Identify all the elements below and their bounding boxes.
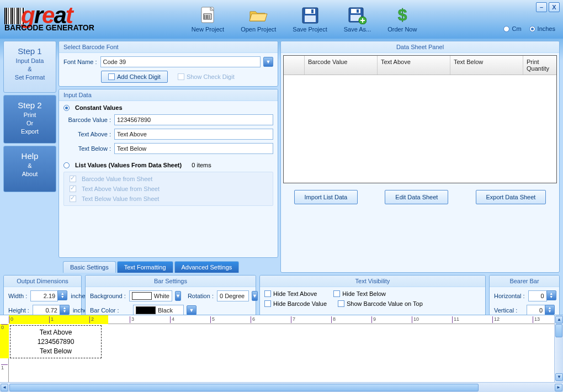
- save-as-label: Save As...: [344, 26, 371, 33]
- vscroll-thumb[interactable]: [555, 324, 562, 337]
- side-nav: Step 1 Input Data & Set Format Step 2 Pr…: [3, 41, 56, 273]
- tab-basic-settings[interactable]: Basic Settings: [63, 261, 116, 273]
- order-now-button[interactable]: $ Order Now: [384, 5, 420, 34]
- save-project-label: Save Project: [293, 26, 327, 33]
- bearer-h-spinner[interactable]: ▲▼: [546, 290, 556, 300]
- scroll-up-icon[interactable]: ▲: [555, 316, 563, 324]
- select-barcode-font-group: Select Barcode Font Font Name : ▼ Add Ch…: [59, 41, 278, 87]
- scroll-right-icon[interactable]: ►: [555, 384, 562, 391]
- input-data-group: Input Data Constant Values Barcode Value…: [59, 89, 278, 258]
- unit-toggle: Cm Inches: [503, 25, 555, 32]
- checkbox-icon: [108, 73, 115, 80]
- list-values-label: List Values (Values From Data Sheet): [75, 162, 182, 168]
- data-sheet-title: Data Sheet Panel: [281, 41, 559, 53]
- new-project-label: New Project: [192, 26, 224, 33]
- file-icon: [198, 6, 217, 25]
- open-project-label: Open Project: [241, 26, 276, 33]
- unit-cm-radio[interactable]: Cm: [503, 25, 521, 32]
- edit-data-sheet-button[interactable]: Edit Data Sheet: [385, 190, 448, 204]
- scroll-left-icon[interactable]: ◄: [1, 384, 8, 391]
- width-input[interactable]: [30, 290, 58, 301]
- text-below-input[interactable]: [114, 143, 273, 154]
- window-controls: – X: [536, 2, 560, 12]
- new-project-button[interactable]: New Project: [188, 5, 227, 34]
- black-swatch-icon: [136, 306, 156, 314]
- save-project-button[interactable]: Save Project: [289, 5, 330, 34]
- data-sheet-header: Barcode Value Text Above Text Below Prin…: [284, 56, 556, 75]
- select-font-title: Select Barcode Font: [59, 41, 278, 53]
- hide-text-below-checkbox[interactable]: Hide Text Below: [333, 290, 386, 297]
- text-above-input[interactable]: [114, 129, 273, 140]
- main-panel: Step 1 Input Data & Set Format Step 2 Pr…: [0, 39, 563, 392]
- text-below-from-sheet-checkbox: [70, 195, 76, 202]
- dollar-icon: $: [392, 6, 412, 25]
- export-data-sheet-button[interactable]: Export Data Sheet: [476, 190, 546, 204]
- constant-values-radio[interactable]: [63, 105, 70, 111]
- font-name-dropdown-icon[interactable]: ▼: [263, 57, 273, 67]
- width-spinner[interactable]: ▲▼: [57, 290, 67, 300]
- folder-open-icon: [248, 6, 268, 25]
- list-values-count: 0 items: [192, 162, 211, 168]
- barcode-from-sheet-checkbox: [70, 176, 76, 182]
- font-name-label: Font Name :: [63, 59, 97, 65]
- barcode-value-input[interactable]: [114, 114, 273, 125]
- open-project-button[interactable]: Open Project: [237, 5, 279, 34]
- import-list-data-button[interactable]: Import List Data: [294, 190, 358, 204]
- preview-barcode-value: 1234567890: [10, 337, 101, 347]
- svg-text:$: $: [397, 6, 407, 24]
- save-as-button[interactable]: Save As...: [341, 5, 375, 34]
- bg-dropdown-icon[interactable]: ▼: [175, 291, 181, 301]
- step2-button[interactable]: Step 2 Print Or Export: [3, 95, 56, 144]
- list-values-radio[interactable]: [63, 162, 70, 168]
- hscroll-thumb[interactable]: [9, 384, 479, 391]
- help-about-button[interactable]: Help & About: [3, 146, 56, 192]
- preview-canvas: 012345678910111213 0 1 2 Text Above 1234…: [0, 315, 563, 382]
- canvas-area[interactable]: Text Above 1234567890 Text Below: [9, 324, 554, 382]
- tab-text-formatting[interactable]: Text Formatting: [117, 261, 173, 273]
- preview-text-above: Text Above: [10, 328, 101, 337]
- hide-barcode-value-checkbox[interactable]: Hide Barcode Value: [264, 300, 327, 307]
- col-text-below: Text Below: [450, 56, 523, 75]
- show-barcode-on-top-checkbox[interactable]: Show Barcode Value on Top: [338, 300, 423, 307]
- scroll-down-icon[interactable]: ▼: [555, 373, 563, 381]
- barcode-preview-object[interactable]: Text Above 1234567890 Text Below: [10, 325, 102, 358]
- height-spinner[interactable]: ▲▼: [60, 305, 70, 315]
- rotation-dropdown-icon[interactable]: ▼: [252, 291, 258, 301]
- col-text-above: Text Above: [378, 56, 450, 75]
- data-sheet-panel: Data Sheet Panel Barcode Value Text Abov…: [280, 41, 560, 273]
- bearer-horizontal-input[interactable]: [528, 290, 547, 301]
- col-print-quantity: Print Quantity: [523, 56, 556, 75]
- bearer-bar-box: Bearer Bar Horizontal :▲▼ Vertical :▲▼: [489, 275, 560, 320]
- data-sheet-table: Barcode Value Text Above Text Below Prin…: [283, 55, 557, 183]
- rotation-select[interactable]: [217, 290, 249, 301]
- step1-button[interactable]: Step 1 Input Data & Set Format: [3, 41, 56, 93]
- bearer-vertical-input[interactable]: [527, 305, 545, 316]
- minimize-button[interactable]: –: [536, 2, 547, 12]
- hide-text-above-checkbox[interactable]: Hide Text Above: [264, 290, 317, 297]
- text-visibility-box: Text Visibility Hide Text Above Hide Tex…: [259, 275, 486, 320]
- bearer-v-spinner[interactable]: ▲▼: [545, 305, 555, 315]
- preview-text-below: Text Below: [10, 347, 101, 356]
- horizontal-scrollbar[interactable]: ◄ ►: [0, 382, 563, 392]
- barcode-value-label: Barcode Value :: [63, 116, 111, 123]
- background-color-select[interactable]: White: [129, 290, 172, 301]
- font-name-select[interactable]: [100, 56, 261, 67]
- app-logo: great BARCODE GENERATOR: [4, 7, 94, 32]
- barcolor-dropdown-icon[interactable]: ▼: [187, 305, 196, 315]
- svg-rect-8: [305, 9, 315, 14]
- vertical-scrollbar[interactable]: ▲ ▼: [554, 315, 563, 382]
- add-check-digit-button[interactable]: Add Check Digit: [101, 71, 168, 83]
- basic-settings-row: Output Dimensions Width :▲▼inches Height…: [0, 275, 563, 320]
- height-input[interactable]: [33, 305, 60, 316]
- show-check-digit-checkbox: Show Check Digit: [178, 73, 235, 80]
- bar-color-select[interactable]: Black: [133, 305, 184, 316]
- unit-inches-radio[interactable]: Inches: [529, 25, 555, 32]
- close-button[interactable]: X: [549, 2, 560, 12]
- input-data-title: Input Data: [59, 89, 278, 101]
- svg-rect-9: [311, 9, 314, 13]
- col-barcode-value: Barcode Value: [305, 56, 378, 75]
- white-swatch-icon: [132, 292, 152, 300]
- floppy-icon: [300, 6, 320, 25]
- tab-advanced-settings[interactable]: Advanced Settings: [174, 261, 240, 273]
- bar-settings-box: Bar Settings Background : White▼ Rotatio…: [85, 275, 256, 320]
